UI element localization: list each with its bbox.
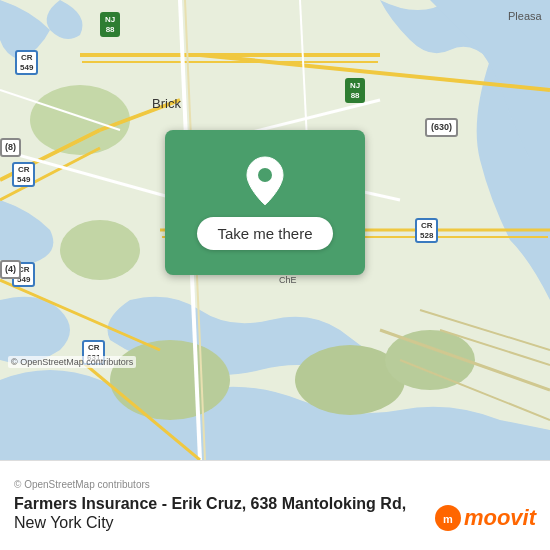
svg-point-29 [258, 168, 272, 182]
info-bar: © OpenStreetMap contributors Farmers Ins… [0, 460, 550, 550]
location-pin-icon [243, 155, 287, 207]
svg-text:Brick: Brick [152, 96, 181, 111]
road-badge-630: (630) [425, 118, 458, 137]
osm-attribution: © OpenStreetMap contributors [8, 356, 136, 368]
road-badge-nj88-2: NJ 88 [345, 78, 365, 103]
road-badge-8: (8) [0, 138, 21, 157]
road-badge-cr549-2: CR 549 [12, 162, 35, 187]
road-text-che: ChE [279, 275, 297, 285]
road-badge-cr528-2: CR 528 [415, 218, 438, 243]
svg-text:Pleasa: Pleasa [508, 10, 543, 22]
svg-point-2 [110, 340, 230, 420]
svg-point-3 [60, 220, 140, 280]
cta-panel: Take me there [165, 130, 365, 275]
map-container: Brick Pleasa CR 549 NJ 88 NJ 88 CR 528 C… [0, 0, 550, 460]
moovit-logo: m moovit [434, 504, 536, 532]
road-badge-cr549-1: CR 549 [15, 50, 38, 75]
svg-text:m: m [443, 513, 453, 525]
road-badge-4: (4) [0, 260, 21, 279]
moovit-icon: m [434, 504, 462, 532]
map-attribution-bar: © OpenStreetMap contributors [14, 479, 536, 490]
take-me-there-button[interactable]: Take me there [197, 217, 332, 250]
svg-point-1 [30, 85, 130, 155]
road-badge-nj88-1: NJ 88 [100, 12, 120, 37]
moovit-text: moovit [464, 505, 536, 531]
